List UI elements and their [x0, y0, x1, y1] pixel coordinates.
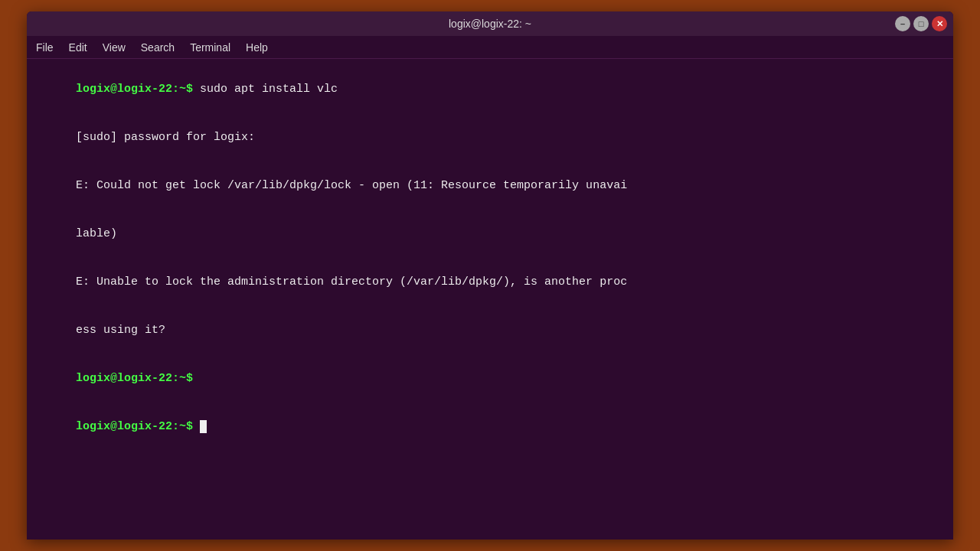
prompt-1: logix@logix-22:~$: [76, 83, 193, 96]
line-7: logix@logix-22:~$: [34, 354, 946, 403]
line-2: [sudo] password for logix:: [34, 113, 946, 161]
window-controls: – □ ✕: [895, 16, 947, 31]
menubar: File Edit View Search Terminal Help: [27, 36, 953, 59]
prompt-7: logix@logix-22:~$: [76, 372, 193, 385]
line-5: E: Unable to lock the administration dir…: [34, 258, 946, 306]
line-1: logix@logix-22:~$ sudo apt install vlc: [34, 65, 946, 113]
window-title: logix@logix-22: ~: [449, 18, 531, 30]
text-4: lable): [76, 227, 117, 240]
terminal-body[interactable]: logix@logix-22:~$ sudo apt install vlc […: [27, 59, 953, 540]
text-6: ess using it?: [76, 324, 165, 337]
text-3: E: Could not get lock /var/lib/dpkg/lock…: [76, 179, 627, 192]
cmd-1: sudo apt install vlc: [193, 83, 338, 96]
titlebar: logix@logix-22: ~ – □ ✕: [27, 11, 953, 36]
terminal-cursor: [200, 420, 207, 433]
line-4: lable): [34, 210, 946, 258]
menu-edit[interactable]: Edit: [63, 40, 93, 55]
menu-terminal[interactable]: Terminal: [184, 40, 237, 55]
menu-file[interactable]: File: [30, 40, 60, 55]
line-8: logix@logix-22:~$: [34, 403, 946, 451]
minimize-button[interactable]: –: [895, 16, 910, 31]
text-2: [sudo] password for logix:: [76, 131, 255, 144]
terminal-window: logix@logix-22: ~ – □ ✕ File Edit View S…: [27, 11, 953, 540]
menu-search[interactable]: Search: [135, 40, 181, 55]
close-button[interactable]: ✕: [932, 16, 947, 31]
line-3: E: Could not get lock /var/lib/dpkg/lock…: [34, 161, 946, 210]
prompt-8: logix@logix-22:~$: [76, 420, 193, 433]
menu-view[interactable]: View: [96, 40, 132, 55]
menu-help[interactable]: Help: [240, 40, 274, 55]
maximize-button[interactable]: □: [913, 16, 929, 31]
line-6: ess using it?: [34, 306, 946, 354]
text-5: E: Unable to lock the administration dir…: [76, 276, 627, 289]
